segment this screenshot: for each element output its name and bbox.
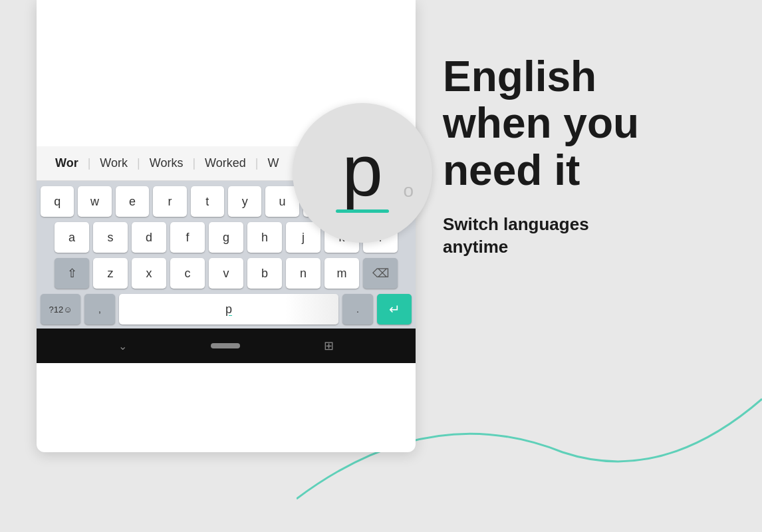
divider-2: | [137, 156, 140, 170]
key-row-3: ⇧ z x c v b n m ⌫ [41, 258, 412, 289]
key-y[interactable]: y [228, 186, 261, 217]
divider-1: | [88, 156, 91, 170]
comma-key[interactable]: , [84, 294, 115, 325]
num-key[interactable]: ?12☺ [41, 294, 80, 325]
key-e[interactable]: e [116, 186, 149, 217]
key-r[interactable]: r [153, 186, 186, 217]
suggestion-works[interactable]: Works [142, 156, 191, 170]
nav-home-button[interactable] [211, 343, 240, 348]
key-w[interactable]: w [78, 186, 111, 217]
right-panel: Englishwhen youneed it Switch languagesa… [443, 53, 722, 259]
suggestion-w-partial[interactable]: W [259, 156, 287, 170]
key-x[interactable]: x [132, 258, 166, 289]
key-a[interactable]: a [55, 222, 89, 253]
divider-3: | [192, 156, 195, 170]
shift-key[interactable]: ⇧ [55, 258, 89, 289]
key-t[interactable]: t [191, 186, 224, 217]
magnifier-ghost-letter: o [403, 180, 414, 201]
period-key[interactable]: . [342, 294, 373, 325]
enter-key[interactable]: ↵ [377, 294, 412, 325]
key-h[interactable]: h [247, 222, 282, 253]
key-c[interactable]: c [170, 258, 205, 289]
key-j[interactable]: j [286, 222, 320, 253]
key-u[interactable]: u [265, 186, 299, 217]
suggestion-wor[interactable]: Wor [47, 156, 86, 170]
suggestion-worked[interactable]: Worked [197, 156, 254, 170]
key-n[interactable]: n [286, 258, 320, 289]
key-s[interactable]: s [93, 222, 128, 253]
sub-heading: Switch languagesanytime [443, 213, 722, 259]
nav-bar: ⌄ ⊞ [37, 329, 416, 363]
delete-key[interactable]: ⌫ [363, 258, 398, 289]
nav-grid-icon[interactable]: ⊞ [324, 338, 334, 353]
key-v[interactable]: v [209, 258, 243, 289]
key-m[interactable]: m [324, 258, 359, 289]
key-b[interactable]: b [247, 258, 282, 289]
space-key[interactable]: p [119, 294, 338, 325]
key-z[interactable]: z [93, 258, 128, 289]
nav-back-chevron[interactable]: ⌄ [118, 340, 127, 352]
key-row-4: ?12☺ , p . ↵ [41, 294, 412, 325]
divider-4: | [255, 156, 259, 170]
key-g[interactable]: g [209, 222, 243, 253]
key-f[interactable]: f [170, 222, 205, 253]
suggestion-work[interactable]: Work [92, 156, 136, 170]
magnifier-letter: p [342, 134, 382, 207]
magnifier-overlay: p o [293, 103, 432, 243]
main-heading: Englishwhen youneed it [443, 53, 722, 194]
magnifier-underline [336, 209, 389, 213]
key-q[interactable]: q [41, 186, 74, 217]
typed-p: p [225, 303, 232, 317]
key-d[interactable]: d [132, 222, 166, 253]
